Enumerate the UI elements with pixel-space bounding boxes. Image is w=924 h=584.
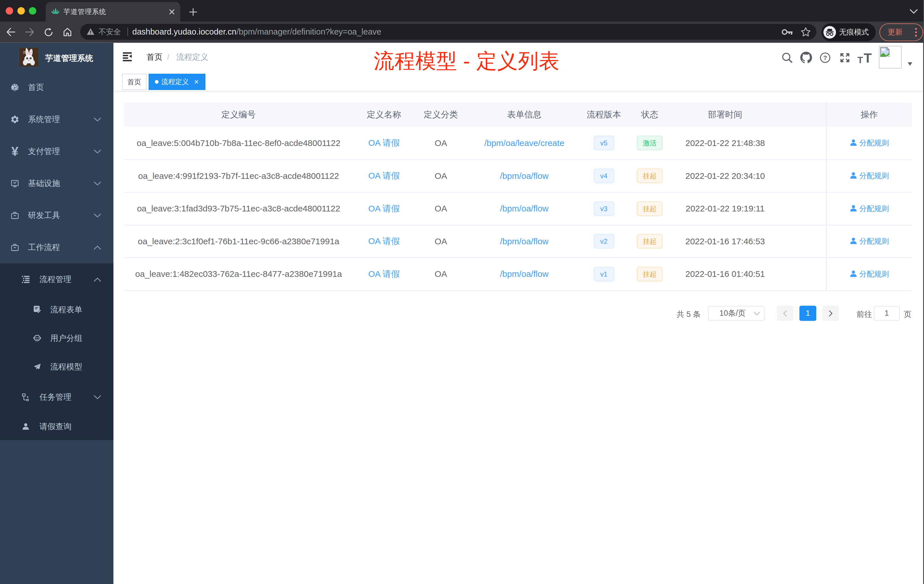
svg-text:?: ?: [823, 54, 827, 61]
